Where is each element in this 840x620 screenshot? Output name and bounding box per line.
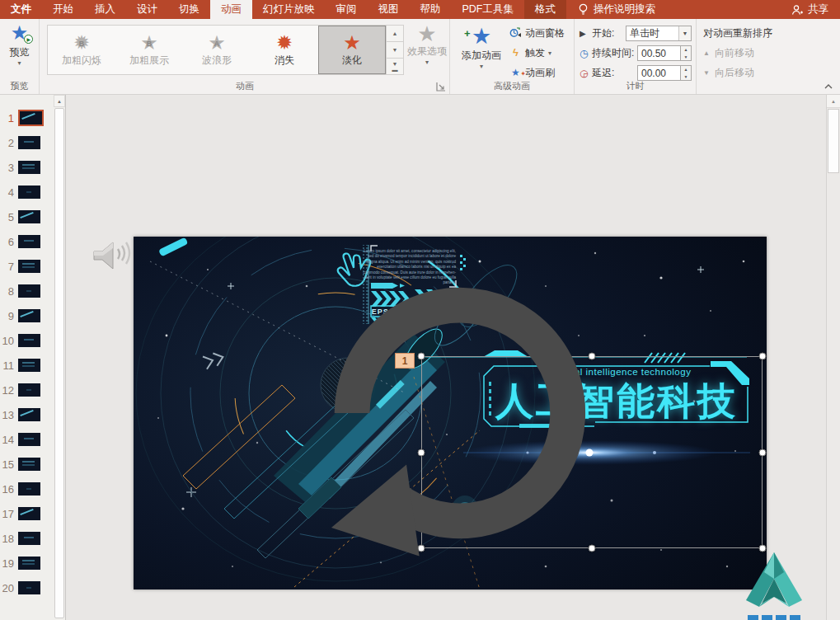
gallery-more-button[interactable]: ▼▬ — [387, 59, 403, 74]
ribbon-tab[interactable]: 插入 — [84, 0, 126, 19]
start-dropdown[interactable]: 单击时 ▼ — [626, 26, 692, 41]
speaker-icon[interactable] — [91, 238, 132, 275]
slide-number: 10 — [2, 335, 14, 347]
slide-thumbnail[interactable] — [18, 334, 40, 347]
dialog-launcher-button[interactable] — [436, 82, 446, 92]
slide-thumbnail[interactable] — [18, 210, 40, 223]
effect-options-label: 效果选项 — [406, 45, 448, 59]
person-plus-icon — [791, 4, 804, 16]
gallery-scroll-down-button[interactable]: ▼ — [387, 42, 403, 59]
slide-thumbnail[interactable] — [18, 433, 40, 446]
animation-pane-label: 动画窗格 — [525, 26, 565, 40]
rotate-handle[interactable] — [134, 237, 767, 589]
effect-options-button[interactable]: ★ 效果选项 ▾ — [406, 23, 448, 66]
slide-thumbnail[interactable] — [18, 557, 40, 570]
slide-editing-area[interactable]: Lorem ipsum dolor sit amet, consectetur … — [134, 237, 767, 589]
slide-thumbnail[interactable] — [18, 532, 40, 545]
slide-thumbnail[interactable] — [18, 458, 40, 471]
animation-order-badge[interactable]: 1 — [395, 353, 415, 369]
slide-thumbnail[interactable] — [18, 482, 40, 496]
slide-number: 12 — [2, 384, 14, 397]
slide-thumbnail[interactable] — [18, 260, 40, 273]
gallery-scroll-up-button[interactable]: ▲ — [387, 26, 403, 42]
gallery-item[interactable]: ★淡化 — [318, 26, 386, 74]
collapse-ribbon-button[interactable] — [824, 82, 833, 91]
vertical-scrollbar[interactable]: ▲ — [826, 95, 840, 620]
scrollbar-thumb[interactable] — [828, 109, 839, 173]
triangle-down-icon: ▼ — [703, 69, 710, 77]
animation-gallery-items: ✹B加粗闪烁★B加粗展示★A波浪形✹消失★淡化 — [48, 26, 386, 74]
delay-clock-icon: ◶ — [580, 68, 592, 79]
ribbon-tab[interactable]: 切换 — [168, 0, 210, 19]
gallery-item[interactable]: ✹消失 — [251, 26, 318, 74]
scroll-up-button[interactable]: ▲ — [54, 95, 65, 107]
duration-value: 00.50 — [641, 48, 666, 59]
slide-number: 4 — [2, 186, 14, 199]
ribbon-tab[interactable]: 帮助 — [410, 0, 452, 19]
slide-thumbnail[interactable] — [18, 309, 40, 322]
slide-number: 6 — [2, 236, 14, 248]
slide-thumbnail[interactable] — [18, 408, 40, 421]
ribbon-tab[interactable]: PDF工具集 — [452, 0, 525, 19]
gallery-item-label: 波浪形 — [202, 54, 232, 68]
preview-button[interactable]: ★ ▶ 预览 ▾ — [0, 19, 39, 67]
animation-pane-button[interactable]: 动画窗格 — [509, 24, 565, 42]
delay-input[interactable]: 00.00 — [637, 65, 681, 81]
ribbon-tab[interactable]: 格式 — [524, 0, 566, 19]
slide-thumbnail[interactable] — [18, 284, 40, 298]
ribbon-tab[interactable]: 幻灯片放映 — [252, 0, 326, 19]
ribbon-tab[interactable]: 设计 — [126, 0, 168, 19]
editing-canvas: Lorem ipsum dolor sit amet, consectetur … — [66, 95, 826, 620]
duration-clock-icon: ◷ — [580, 48, 592, 59]
powerpoint-window: 文件开始插入设计切换动画幻灯片放映审阅视图帮助PDF工具集格式 操作说明搜索 共… — [0, 0, 840, 620]
play-icon: ▶ — [24, 35, 33, 44]
thumbnail-scrollbar[interactable]: ▲ — [54, 95, 65, 620]
slide-thumbnail[interactable] — [18, 507, 40, 520]
add-animation-button[interactable]: ★ + 添加动画 ▾ — [455, 22, 508, 70]
move-later-button[interactable]: ▼ 向后移动 — [703, 66, 754, 80]
scroll-up-button[interactable]: ▲ — [827, 95, 840, 108]
slide-thumbnail[interactable] — [18, 383, 40, 397]
gallery-item[interactable]: ★B加粗展示 — [115, 26, 183, 74]
duration-input[interactable]: 00.50 — [637, 45, 681, 61]
chevron-down-icon[interactable]: ▼ — [678, 26, 691, 40]
gallery-item[interactable]: ★A波浪形 — [183, 26, 251, 74]
slide-thumbnail[interactable] — [18, 581, 40, 594]
delay-spinner[interactable]: ▲▼ — [681, 65, 692, 81]
move-earlier-button[interactable]: ▲ 向前移动 — [703, 46, 754, 60]
slide-thumbnail[interactable] — [18, 161, 40, 174]
gallery-item[interactable]: ✹B加粗闪烁 — [48, 26, 115, 74]
trigger-button[interactable]: ϟ 触发 ▾ — [509, 44, 551, 62]
slide-number: 7 — [2, 261, 14, 273]
star-icon: ★ — [343, 32, 361, 54]
reorder-group: 对动画重新排序 ▲ 向前移动 ▼ 向后移动 — [697, 19, 828, 94]
slide-thumbnail[interactable] — [18, 359, 40, 372]
duration-spinner[interactable]: ▲▼ — [681, 45, 692, 61]
tell-me-search[interactable]: 操作说明搜索 — [578, 0, 655, 19]
ribbon-tab[interactable]: 文件 — [0, 0, 42, 19]
ribbon-tab[interactable]: 开始 — [42, 0, 84, 19]
ribbon-tab[interactable]: 动画 — [210, 0, 252, 19]
slide-thumbnail[interactable] — [18, 186, 40, 199]
chevron-down-icon: ▾ — [406, 59, 448, 66]
slide-thumbnail[interactable] — [18, 136, 40, 149]
search-label: 操作说明搜索 — [594, 2, 655, 16]
animation-pane-icon — [509, 27, 522, 39]
animation-painter-button[interactable]: ★✦ 动画刷 — [509, 63, 555, 82]
ribbon-tab[interactable]: 视图 — [368, 0, 410, 19]
trigger-label: 触发 — [525, 46, 545, 60]
slide-number: 5 — [2, 211, 14, 223]
share-label: 共享 — [808, 2, 828, 16]
ribbon-tab[interactable]: 审阅 — [326, 0, 368, 19]
timing-group-label: 计时 — [575, 80, 696, 92]
ribbon-tab-bar: 文件开始插入设计切换动画幻灯片放映审阅视图帮助PDF工具集格式 操作说明搜索 共… — [0, 0, 840, 19]
gallery-scrollbar: ▲ ▼ ▼▬ — [386, 26, 403, 74]
scrollbar-thumb[interactable] — [54, 108, 64, 618]
preview-group: ★ ▶ 预览 ▾ 预览 — [0, 19, 40, 94]
watermark-logo — [734, 549, 814, 620]
share-button[interactable]: 共享 — [791, 0, 840, 19]
slide-number: 11 — [2, 359, 14, 372]
chevron-down-icon: ▾ — [17, 60, 21, 67]
slide-thumbnail[interactable] — [18, 110, 44, 126]
slide-thumbnail[interactable] — [18, 235, 40, 248]
